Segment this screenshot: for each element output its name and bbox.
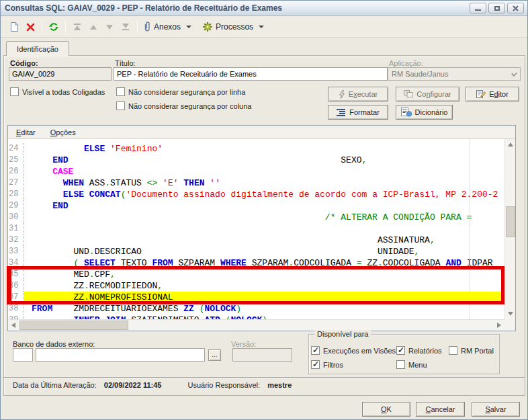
scroll-down-arrow[interactable] <box>505 308 516 319</box>
configurar-label: Configurar <box>416 90 451 98</box>
browse-button[interactable]: ... <box>208 349 221 361</box>
versao-label: Versão: <box>231 340 256 348</box>
dicionario-button[interactable]: Dicionário <box>396 105 453 120</box>
usuario-value: mestre <box>267 381 292 389</box>
configurar-button[interactable]: Configurar <box>396 87 459 101</box>
aplicacao-combo[interactable]: RM Saude/Janus <box>388 67 521 81</box>
separator-line <box>4 377 525 378</box>
checkbox-box[interactable] <box>311 360 320 369</box>
maximize-button[interactable] <box>488 3 505 13</box>
paperclip-icon <box>143 22 151 32</box>
first-record-button[interactable] <box>69 19 85 35</box>
processos-button[interactable]: Processos <box>200 19 269 35</box>
new-document-icon <box>9 22 19 32</box>
refresh-icon <box>48 22 59 32</box>
menu-opcoes[interactable]: Opções <box>50 128 76 136</box>
menu-editar[interactable]: Editar <box>16 128 36 136</box>
anexos-dropdown-icon <box>186 26 191 28</box>
checkbox-box[interactable] <box>116 101 125 110</box>
previous-record-button[interactable] <box>85 19 101 35</box>
checkbox-label: Menu <box>408 361 427 369</box>
checkbox-execucoes-visoes[interactable]: Execuções em Visões <box>311 346 396 355</box>
titulo-field[interactable]: PEP - Relatório de Receituário de Exames <box>114 67 388 81</box>
checkbox-label: Não considerar segurança por linha <box>128 88 245 96</box>
sql-editor: Editar Opções 24 ELSE 'Feminino'25 END S… <box>7 125 516 331</box>
checkbox-rm-portal[interactable]: RM Portal <box>449 346 494 355</box>
checkbox-box[interactable] <box>10 87 19 96</box>
checkbox-visivel-coligadas[interactable]: Visível a todas Coligadas <box>10 87 105 96</box>
editor-label: Editor <box>489 90 509 98</box>
processes-gear-icon <box>202 22 213 32</box>
cancelar-button[interactable]: Cancelar <box>416 402 465 417</box>
windows-icon <box>404 90 413 98</box>
scrollbar-corner <box>504 319 515 331</box>
code-line: 31 <box>8 223 504 235</box>
next-record-button[interactable] <box>101 19 118 35</box>
checkbox-box[interactable] <box>116 87 125 96</box>
checkbox-seguranca-linha[interactable]: Não considerar segurança por linha <box>116 87 245 96</box>
anexos-button[interactable]: Anexos <box>141 19 196 35</box>
new-query-button[interactable] <box>6 19 22 35</box>
checkbox-box[interactable] <box>311 346 320 355</box>
data-alteracao-label: Data da Última Alteração: <box>13 381 97 389</box>
tab-identificacao[interactable]: Identificação <box>6 41 69 56</box>
checkbox-menu[interactable]: Menu <box>396 360 427 369</box>
vertical-scrollbar[interactable] <box>504 139 515 319</box>
horizontal-scrollbar[interactable] <box>8 319 504 331</box>
scroll-left-arrow[interactable] <box>8 320 19 331</box>
codigo-field[interactable]: GAIAV_0029 <box>9 67 112 81</box>
format-lines-icon <box>337 108 346 116</box>
close-icon <box>513 5 519 11</box>
code-line: 33 UND.DESCRICAO UNIDADE, <box>8 246 504 257</box>
banco-codigo-field[interactable] <box>13 348 33 362</box>
dictionary-globe-icon <box>401 108 412 117</box>
code-line: 36 ZZ.RECMODIFIEDON, <box>8 280 504 292</box>
codigo-label: Código: <box>10 59 38 67</box>
aplicacao-label: Aplicação: <box>389 59 423 67</box>
lightning-icon <box>339 90 345 99</box>
minimize-button[interactable] <box>470 3 486 13</box>
toolbar-separator <box>137 20 138 34</box>
code-viewport[interactable]: 24 ELSE 'Feminino'25 END SEXO,26 CASE27 … <box>8 139 504 319</box>
editor-menubar: Editar Opções <box>8 126 515 139</box>
close-button[interactable] <box>507 3 524 13</box>
scroll-right-arrow[interactable] <box>494 320 504 331</box>
checkbox-box[interactable] <box>396 360 405 369</box>
document-pencil-icon <box>476 89 486 99</box>
dicionario-label: Dicionário <box>415 108 448 116</box>
toolbar-separator <box>65 20 66 34</box>
code-line: 26 CASE <box>8 166 504 177</box>
previous-record-icon <box>90 25 97 30</box>
checkbox-seguranca-coluna[interactable]: Não considerar segurança por coluna <box>116 101 251 110</box>
banco-dados-label: Banco de dados externo: <box>13 340 95 348</box>
group-title: Disponível para <box>314 330 371 338</box>
salvar-button[interactable]: Salvar <box>472 402 520 417</box>
checkbox-filtros[interactable]: Filtros <box>311 360 343 369</box>
refresh-button[interactable] <box>46 19 62 35</box>
ok-button[interactable]: OK <box>362 402 410 417</box>
last-record-button[interactable] <box>118 19 134 35</box>
aplicacao-value: RM Saude/Janus <box>392 70 448 78</box>
processos-dropdown-icon <box>259 26 264 28</box>
formatar-button[interactable]: Formatar <box>328 105 388 120</box>
next-record-icon <box>106 25 113 30</box>
checkbox-label: RM Portal <box>461 347 494 355</box>
checkbox-box[interactable] <box>449 346 457 355</box>
versao-field[interactable] <box>232 348 292 362</box>
checkbox-box[interactable] <box>396 346 405 355</box>
horizontal-scroll-thumb[interactable] <box>19 321 128 330</box>
checkbox-label: Não considerar segurança por coluna <box>128 102 251 110</box>
executar-button[interactable]: Executar <box>328 87 388 101</box>
scroll-up-arrow[interactable] <box>505 139 516 150</box>
checkbox-label: Execuções em Visões <box>323 347 396 355</box>
checkbox-relatorios[interactable]: Relatórios <box>396 346 442 355</box>
vertical-scroll-thumb[interactable] <box>506 206 515 237</box>
editor-button[interactable]: Editor <box>466 87 519 101</box>
titulo-label: Título: <box>115 59 136 67</box>
banco-dados-field[interactable] <box>36 348 205 362</box>
code-line: 38FROM ZMDRECEITUARIOEXAMES ZZ (NOLOCK) <box>8 303 504 314</box>
chevron-down-icon <box>511 71 517 77</box>
ok-label: OK <box>381 405 392 413</box>
title-bar[interactable]: Consultas SQL: GAIAV_0029 - PEP - Relató… <box>1 1 527 16</box>
delete-button[interactable] <box>22 19 38 35</box>
